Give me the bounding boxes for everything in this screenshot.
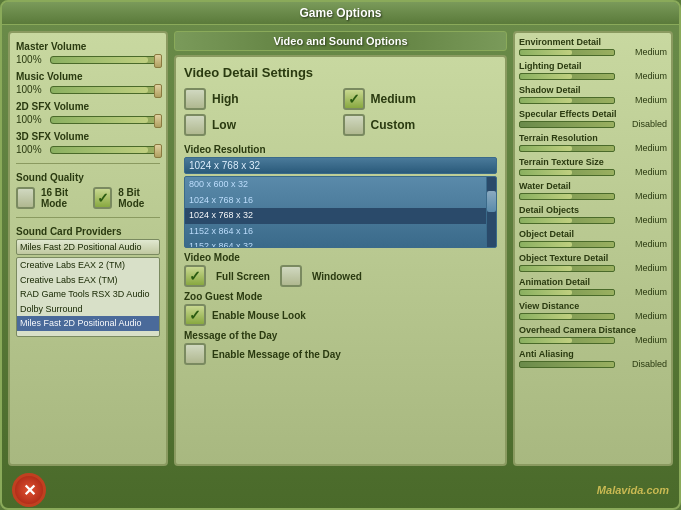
sfx-2d-slider[interactable] bbox=[50, 116, 160, 124]
detail-item-1: Lighting DetailMedium bbox=[519, 61, 667, 81]
bottom-bar: ✕ Malavida.com bbox=[2, 472, 679, 508]
sfx-3d-label: 3D SFX Volume bbox=[16, 131, 160, 142]
quality-high-checkbox[interactable] bbox=[184, 88, 206, 110]
windowed-checkbox[interactable] bbox=[280, 265, 302, 287]
detail-name-0: Environment Detail bbox=[519, 37, 667, 47]
quality-low: Low bbox=[184, 114, 339, 136]
detail-slider-10[interactable] bbox=[519, 289, 615, 296]
sfx-2d-section: 2D SFX Volume 100% bbox=[16, 101, 160, 125]
detail-item-6: Water DetailMedium bbox=[519, 181, 667, 201]
sfx-3d-section: 3D SFX Volume 100% bbox=[16, 131, 160, 155]
detail-name-10: Animation Detail bbox=[519, 277, 667, 287]
detail-name-8: Object Detail bbox=[519, 229, 667, 239]
res-scrollbar[interactable] bbox=[486, 177, 496, 247]
quality-low-checkbox[interactable] bbox=[184, 114, 206, 136]
sound-card-item-4[interactable]: Miles Fast 2D Positional Audio bbox=[17, 316, 159, 331]
bit8-label: 8 Bit Mode bbox=[118, 187, 160, 209]
detail-val-2: Medium bbox=[617, 95, 667, 105]
detail-slider-row-8: Medium bbox=[519, 239, 667, 249]
detail-name-6: Water Detail bbox=[519, 181, 667, 191]
resolution-select[interactable]: 1024 x 768 x 32 bbox=[184, 157, 497, 174]
msg-label: Message of the Day bbox=[184, 330, 497, 341]
detail-val-6: Medium bbox=[617, 191, 667, 201]
detail-val-3: Disabled bbox=[617, 119, 667, 129]
detail-item-5: Terrain Texture SizeMedium bbox=[519, 157, 667, 177]
quality-medium-label: Medium bbox=[371, 92, 416, 106]
res-item-0[interactable]: 800 x 600 x 32 bbox=[185, 177, 496, 193]
detail-val-7: Medium bbox=[617, 215, 667, 225]
sound-card-item-3[interactable]: Dolby Surround bbox=[17, 302, 159, 317]
quality-medium-checkbox[interactable] bbox=[343, 88, 365, 110]
detail-val-1: Medium bbox=[617, 71, 667, 81]
sound-card-item-0[interactable]: Creative Labs EAX 2 (TM) bbox=[17, 258, 159, 273]
detail-val-0: Medium bbox=[617, 47, 667, 57]
master-volume-label: Master Volume bbox=[16, 41, 160, 52]
left-panel: Master Volume 100% Music Volume 100% bbox=[8, 31, 168, 466]
detail-val-5: Medium bbox=[617, 167, 667, 177]
resolution-section: Video Resolution 1024 x 768 x 32 800 x 6… bbox=[184, 144, 497, 248]
sfx-3d-slider[interactable] bbox=[50, 146, 160, 154]
detail-slider-3[interactable] bbox=[519, 121, 615, 128]
sound-quality-options: 16 Bit Mode 8 Bit Mode bbox=[16, 187, 160, 209]
divider-1 bbox=[16, 163, 160, 164]
bit16-checkbox[interactable] bbox=[16, 187, 35, 209]
music-volume-slider[interactable] bbox=[50, 86, 160, 94]
detail-slider-12[interactable] bbox=[519, 337, 615, 344]
resolution-list[interactable]: 800 x 600 x 32 1024 x 768 x 16 1024 x 76… bbox=[184, 176, 497, 248]
detail-slider-7[interactable] bbox=[519, 217, 615, 224]
detail-name-13: Anti Aliasing bbox=[519, 349, 667, 359]
res-item-1[interactable]: 1024 x 768 x 16 bbox=[185, 193, 496, 209]
detail-name-5: Terrain Texture Size bbox=[519, 157, 667, 167]
detail-val-9: Medium bbox=[617, 263, 667, 273]
detail-slider-11[interactable] bbox=[519, 313, 615, 320]
mouse-look-label: Enable Mouse Look bbox=[212, 310, 306, 321]
detail-name-2: Shadow Detail bbox=[519, 85, 667, 95]
video-mode-options: Full Screen Windowed bbox=[184, 265, 497, 287]
detail-item-10: Animation DetailMedium bbox=[519, 277, 667, 297]
detail-slider-4[interactable] bbox=[519, 145, 615, 152]
enable-msg-checkbox[interactable] bbox=[184, 343, 206, 365]
sfx-3d-row: 100% bbox=[16, 144, 160, 155]
detail-slider-1[interactable] bbox=[519, 73, 615, 80]
sound-card-list[interactable]: Creative Labs EAX 2 (TM) Creative Labs E… bbox=[16, 257, 160, 337]
res-item-2[interactable]: 1024 x 768 x 32 bbox=[185, 208, 496, 224]
detail-slider-row-3: Disabled bbox=[519, 119, 667, 129]
zoo-guest-label: Zoo Guest Mode bbox=[184, 291, 497, 302]
detail-slider-5[interactable] bbox=[519, 169, 615, 176]
sound-card-item-1[interactable]: Creative Labs EAX (TM) bbox=[17, 273, 159, 288]
master-volume-section: Master Volume 100% bbox=[16, 41, 160, 65]
detail-slider-13[interactable] bbox=[519, 361, 615, 368]
window-title: Game Options bbox=[299, 6, 381, 20]
detail-slider-9[interactable] bbox=[519, 265, 615, 272]
quality-custom-label: Custom bbox=[371, 118, 416, 132]
sound-card-section: Sound Card Providers Miles Fast 2D Posit… bbox=[16, 226, 160, 337]
detail-slider-8[interactable] bbox=[519, 241, 615, 248]
mouse-look-checkbox[interactable] bbox=[184, 304, 206, 326]
fullscreen-checkbox[interactable] bbox=[184, 265, 206, 287]
music-volume-row: 100% bbox=[16, 84, 160, 95]
sound-card-item-2[interactable]: RAD Game Tools RSX 3D Audio bbox=[17, 287, 159, 302]
detail-slider-row-13: Disabled bbox=[519, 359, 667, 369]
detail-slider-row-11: Medium bbox=[519, 311, 667, 321]
detail-slider-2[interactable] bbox=[519, 97, 615, 104]
divider-2 bbox=[16, 217, 160, 218]
res-item-4[interactable]: 1152 x 864 x 32 bbox=[185, 239, 496, 248]
detail-val-13: Disabled bbox=[617, 359, 667, 369]
sound-card-select[interactable]: Miles Fast 2D Positional Audio bbox=[16, 239, 160, 255]
detail-item-7: Detail ObjectsMedium bbox=[519, 205, 667, 225]
detail-slider-row-9: Medium bbox=[519, 263, 667, 273]
detail-slider-row-0: Medium bbox=[519, 47, 667, 57]
video-mode-section: Video Mode Full Screen Windowed bbox=[184, 252, 497, 287]
bit8-checkbox[interactable] bbox=[93, 187, 112, 209]
res-item-3[interactable]: 1152 x 864 x 16 bbox=[185, 224, 496, 240]
detail-slider-6[interactable] bbox=[519, 193, 615, 200]
title-bar: Game Options bbox=[2, 2, 679, 25]
master-volume-slider[interactable] bbox=[50, 56, 160, 64]
detail-item-0: Environment DetailMedium bbox=[519, 37, 667, 57]
detail-slider-0[interactable] bbox=[519, 49, 615, 56]
close-button[interactable]: ✕ bbox=[12, 473, 46, 507]
quality-high: High bbox=[184, 88, 339, 110]
quality-custom-checkbox[interactable] bbox=[343, 114, 365, 136]
sfx-3d-val: 100% bbox=[16, 144, 46, 155]
detail-name-11: View Distance bbox=[519, 301, 667, 311]
